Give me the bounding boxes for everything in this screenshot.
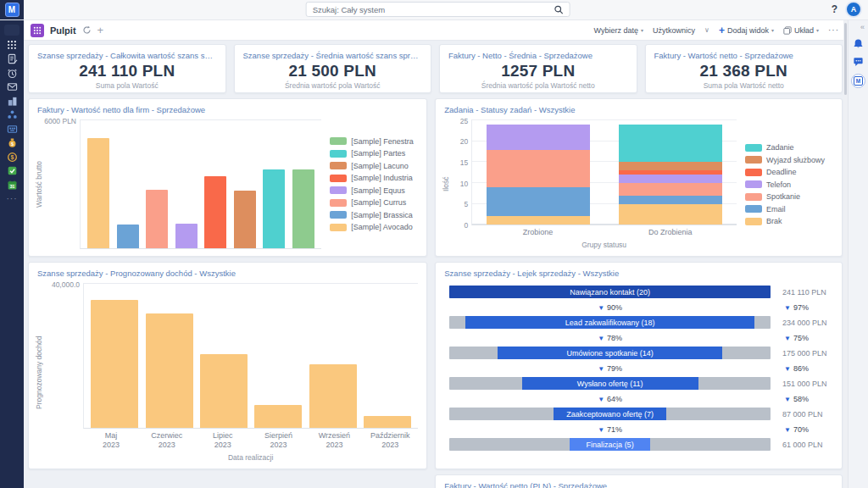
sidebar-item-finances[interactable]: $ xyxy=(0,150,24,164)
legend-item[interactable]: Spotkanie xyxy=(745,192,833,201)
funnel-bar[interactable]: Finalizacja (5) xyxy=(570,438,650,451)
legend-item[interactable]: Email xyxy=(745,205,833,214)
search-icon[interactable] xyxy=(554,5,564,14)
funnel-stage-row: Umówione spotkanie (14)175 000 PLN xyxy=(449,347,832,359)
notifications-button[interactable] xyxy=(853,38,864,49)
bar[interactable] xyxy=(309,364,357,428)
stack-segment[interactable] xyxy=(619,175,722,183)
legend-item[interactable]: [Sample] Lacuno xyxy=(330,162,418,170)
kpi-title: Szanse sprzedaży - Średnia wartość szans… xyxy=(235,45,431,60)
legend-item[interactable]: Zadanie xyxy=(745,143,833,152)
sidebar-item-reminders[interactable] xyxy=(0,66,24,80)
funnel-stage-row: Wysłano ofertę (11)151 000 PLN xyxy=(449,377,832,390)
bar[interactable] xyxy=(146,190,168,248)
stack-segment[interactable] xyxy=(619,125,722,162)
dashboard-grid-icon[interactable] xyxy=(31,24,44,37)
search-input[interactable] xyxy=(313,5,554,14)
sidebar-item-contacts[interactable] xyxy=(0,108,24,123)
chart-invoices-net-bottom[interactable]: Faktury - Wartość netto (PLN) - Sprzedaż… xyxy=(435,474,843,488)
global-search[interactable] xyxy=(306,2,570,17)
kpi-card-invoices-net-sum[interactable]: Faktury - Wartość netto - Sprzedażowe 21… xyxy=(645,44,843,93)
body-row: $ $ 31 ··· Pulpit xyxy=(0,20,868,488)
stack-segment[interactable] xyxy=(619,162,722,170)
kpi-card-invoices-avg-net[interactable]: Faktury - Netto - Średnia - Sprzedażowe … xyxy=(439,44,637,93)
stack-segment[interactable] xyxy=(487,216,590,225)
layout-button[interactable]: Układ ▾ xyxy=(783,26,819,35)
funnel-bar[interactable]: Nawiązano kontakt (20) xyxy=(449,286,771,298)
legend-item[interactable]: Telefon xyxy=(745,180,833,189)
legend-item[interactable]: [Sample] Avocado xyxy=(330,223,418,231)
stack-segment[interactable] xyxy=(619,183,722,196)
add-view-button[interactable]: + Dodaj widok ▾ xyxy=(719,26,774,35)
legend-swatch xyxy=(745,218,762,225)
sidebar-item-companies[interactable] xyxy=(0,94,24,108)
stack-segment[interactable] xyxy=(487,125,590,150)
bar[interactable] xyxy=(87,138,109,248)
chart-sales-funnel[interactable]: Szanse sprzedaży - Lejek sprzedaży - Wsz… xyxy=(435,262,843,469)
refresh-icon[interactable] xyxy=(82,25,92,35)
sidebar-collapsed-item[interactable] xyxy=(4,25,19,36)
bar[interactable] xyxy=(175,224,198,248)
chevron-down-icon: ▾ xyxy=(816,27,819,33)
legend-item[interactable]: [Sample] Partes xyxy=(330,149,418,158)
kpi-card-total-opportunities[interactable]: Szanse sprzedaży - Całkowita wartość sza… xyxy=(28,44,226,93)
help-button[interactable]: ? xyxy=(832,3,837,15)
assistant-brand-button[interactable]: M xyxy=(851,74,865,88)
sidebar-item-calendar[interactable]: 31 xyxy=(0,178,24,192)
legend-swatch xyxy=(330,162,347,169)
chat-button[interactable] xyxy=(853,56,864,67)
legend-item[interactable]: [Sample] Brassica xyxy=(330,211,418,219)
sidebar-item-mail[interactable] xyxy=(0,80,24,95)
bar[interactable] xyxy=(91,300,138,428)
legend-item[interactable]: Wyjazd służbowy xyxy=(745,156,833,164)
chart-task-statuses[interactable]: Zadania - Statusy zadań - Wszystkie Iloś… xyxy=(435,98,843,257)
legend-swatch xyxy=(745,205,762,213)
user-avatar[interactable]: A xyxy=(845,1,862,18)
collapse-panel-icon[interactable]: « xyxy=(860,23,865,31)
stack-segment[interactable] xyxy=(619,204,722,225)
sidebar-item-notes[interactable] xyxy=(0,53,24,67)
kpi-card-avg-lost[interactable]: Szanse sprzedaży - Średnia wartość szans… xyxy=(234,44,432,93)
date-filter-button[interactable]: Wybierz datę ▾ xyxy=(594,26,643,35)
funnel-bar[interactable]: Wysłano ofertę (11) xyxy=(522,377,698,390)
bar[interactable] xyxy=(234,191,256,248)
bar[interactable] xyxy=(254,405,302,427)
app-logo[interactable]: M xyxy=(0,0,24,19)
more-options-button[interactable]: ··· xyxy=(828,25,839,35)
bar[interactable] xyxy=(292,169,314,248)
funnel-bar[interactable]: Lead zakwalifikowany (18) xyxy=(465,316,754,329)
scrollbar-thumb[interactable] xyxy=(844,23,847,95)
funnel-bar[interactable]: Umówione spotkanie (14) xyxy=(498,347,722,359)
sidebar-item-commissions[interactable]: $ xyxy=(0,136,24,151)
legend-item[interactable]: [Sample] Fenestra xyxy=(330,137,418,146)
main-scrollbar[interactable] xyxy=(843,20,848,488)
legend-item[interactable]: Deadline xyxy=(745,168,833,176)
sidebar-item-more[interactable]: ··· xyxy=(0,192,24,207)
sidebar-item-tasks[interactable] xyxy=(0,164,24,179)
y-axis-label: Prognozowany dochód xyxy=(34,283,44,462)
bar[interactable] xyxy=(146,313,193,428)
bar[interactable] xyxy=(364,416,411,428)
funnel-bar[interactable]: Zaakceptowano ofertę (7) xyxy=(554,408,666,420)
stack-segment[interactable] xyxy=(619,196,722,204)
stack-segment[interactable] xyxy=(487,150,590,187)
chart-invoices-by-company[interactable]: Faktury - Wartość netto dla firm - Sprze… xyxy=(28,98,427,257)
legend-item[interactable]: [Sample] Currus xyxy=(330,198,418,207)
stacked-bar[interactable] xyxy=(619,120,722,225)
sidebar-item-apps[interactable] xyxy=(0,38,24,53)
legend-item[interactable]: Brak xyxy=(745,217,833,225)
stack-segment[interactable] xyxy=(487,187,590,217)
chart-forecast-income[interactable]: Szanse sprzedaży - Prognozowany dochód -… xyxy=(28,262,427,469)
stacked-bar[interactable] xyxy=(487,120,590,225)
bar[interactable] xyxy=(263,169,285,248)
bar[interactable] xyxy=(204,176,226,248)
users-filter-button[interactable]: Użytkownicy xyxy=(653,26,695,35)
bar[interactable] xyxy=(200,354,248,428)
legend-item[interactable]: [Sample] Equus xyxy=(330,186,418,195)
bar[interactable] xyxy=(117,225,139,248)
legend-item[interactable]: [Sample] Industria xyxy=(330,174,418,182)
sidebar-item-workboard[interactable] xyxy=(0,122,24,136)
users-chevron-icon[interactable]: ∨ xyxy=(704,26,709,34)
add-dashboard-tab-button[interactable]: + xyxy=(97,26,104,35)
legend-label: Brak xyxy=(766,217,782,225)
